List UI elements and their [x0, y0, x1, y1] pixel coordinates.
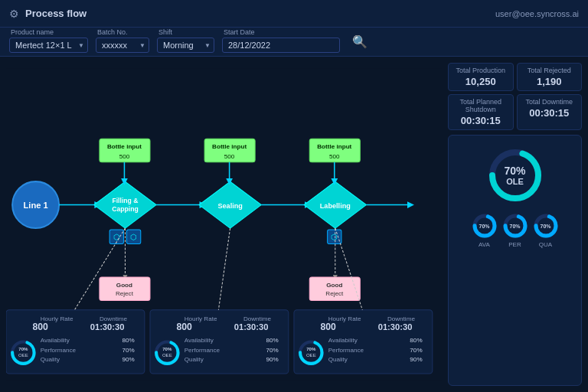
svg-text:OEE: OEE — [162, 352, 172, 358]
svg-text:Good: Good — [116, 282, 132, 289]
ole-pct: 70% — [504, 165, 525, 177]
ole-label: 70% OLE — [504, 165, 525, 186]
user-info: user@oee.syncross.ai — [495, 9, 579, 18]
total-downtime-label: Total Downtime — [522, 98, 577, 106]
svg-text:Quality: Quality — [185, 356, 204, 363]
ole-text: OLE — [504, 177, 525, 186]
right-panel: Total Production 10,250 Total Rejected 1… — [448, 63, 582, 386]
sub-ava-label: AVA — [479, 241, 490, 248]
header: ⚙ Process flow user@oee.syncross.ai — [0, 0, 588, 28]
svg-text:800: 800 — [320, 322, 336, 332]
svg-text:⬡: ⬡ — [331, 233, 338, 241]
svg-text:01:30:30: 01:30:30 — [378, 322, 413, 332]
sub-donut-ava: 70% — [471, 212, 498, 240]
sub-donut-qua: 70% — [532, 212, 560, 240]
batch-select[interactable]: xxxxxx — [96, 38, 149, 53]
gear-icon: ⚙ — [9, 8, 19, 20]
svg-text:Line 1: Line 1 — [23, 201, 47, 210]
svg-text:Availability: Availability — [328, 337, 358, 344]
total-rejected-box: Total Rejected 1,190 — [517, 63, 583, 91]
search-button[interactable]: 🔍 — [348, 33, 372, 51]
svg-text:Sealing: Sealing — [217, 202, 242, 210]
total-planned-label: Total Planned Shutdown — [453, 98, 508, 113]
total-production-box: Total Production 10,250 — [448, 63, 514, 91]
svg-text:800: 800 — [177, 322, 193, 332]
svg-text:⬡: ⬡ — [130, 233, 137, 241]
sub-per-pct: 70% — [509, 224, 520, 229]
svg-text:OEE: OEE — [306, 352, 316, 358]
shift-select[interactable]: Morning — [157, 38, 214, 53]
svg-text:Reject: Reject — [116, 290, 134, 297]
svg-text:Labelling: Labelling — [320, 202, 351, 210]
svg-text:Availability: Availability — [185, 337, 214, 344]
total-planned-box: Total Planned Shutdown 00:30:15 — [448, 94, 514, 130]
svg-text:80%: 80% — [122, 337, 134, 344]
svg-text:01:30:30: 01:30:30 — [234, 322, 269, 332]
product-select[interactable]: Mertect 12×1 L — [9, 38, 88, 53]
svg-text:Performance: Performance — [41, 347, 77, 354]
flow-diagram: Line 1 Filling & Capping Bottle input 50… — [6, 63, 442, 386]
svg-text:Bottle input: Bottle input — [212, 143, 247, 150]
svg-text:Downtime: Downtime — [387, 315, 416, 322]
svg-text:Capping: Capping — [112, 205, 139, 213]
ole-donut: 70% OLE — [485, 145, 546, 206]
svg-text:80%: 80% — [266, 337, 278, 344]
svg-text:90%: 90% — [122, 356, 134, 363]
svg-text:500: 500 — [329, 153, 340, 160]
product-field: Product name Mertect 12×1 L ▼ — [9, 38, 88, 53]
total-downtime-value: 00:30:15 — [522, 107, 577, 119]
svg-text:90%: 90% — [266, 356, 278, 363]
sub-qua-pct: 70% — [540, 224, 550, 229]
svg-text:Downtime: Downtime — [243, 315, 272, 322]
sub-ole-qua: 70% QUA — [532, 212, 560, 248]
svg-text:500: 500 — [224, 153, 235, 160]
svg-text:Bottle input: Bottle input — [107, 143, 142, 150]
sub-qua-label: QUA — [539, 241, 552, 248]
startdate-input[interactable] — [222, 38, 340, 53]
batch-field: Batch No. xxxxxx ▼ — [96, 38, 149, 53]
total-rejected-value: 1,190 — [522, 76, 577, 87]
flow-area: Line 1 Filling & Capping Bottle input 50… — [6, 63, 442, 386]
svg-text:Quality: Quality — [328, 356, 348, 363]
sub-ole-row: 70% AVA 70% PER — [471, 212, 560, 248]
toolbar: Product name Mertect 12×1 L ▼ Batch No. … — [0, 28, 588, 57]
svg-text:Quality: Quality — [41, 356, 60, 363]
startdate-field: Start Date — [222, 38, 340, 53]
total-production-label: Total Production — [453, 67, 508, 74]
sub-donut-per: 70% — [501, 212, 529, 240]
total-production-value: 10,250 — [453, 76, 508, 87]
svg-text:500: 500 — [119, 153, 130, 160]
sub-per-label: PER — [508, 241, 521, 248]
ole-box: 70% OLE 70% AVA — [448, 135, 582, 386]
header-left: ⚙ Process flow — [9, 8, 87, 20]
svg-text:Filling &: Filling & — [112, 197, 138, 204]
svg-text:Downtime: Downtime — [100, 315, 128, 322]
stats-grid: Total Production 10,250 Total Rejected 1… — [448, 63, 582, 130]
shift-label: Shift — [158, 28, 172, 36]
svg-text:Performance: Performance — [328, 347, 364, 354]
app-title: Process flow — [25, 8, 87, 19]
product-label: Product name — [11, 28, 54, 36]
svg-text:90%: 90% — [410, 356, 422, 363]
svg-text:Bottle input: Bottle input — [317, 143, 351, 150]
svg-text:800: 800 — [33, 322, 49, 332]
svg-text:Availability: Availability — [41, 337, 70, 344]
shift-field: Shift Morning ▼ — [157, 38, 214, 53]
total-planned-value: 00:30:15 — [453, 115, 508, 126]
svg-text:70%: 70% — [18, 346, 28, 351]
svg-text:⬡: ⬡ — [113, 233, 120, 241]
total-rejected-label: Total Rejected — [522, 67, 577, 74]
sub-ole-ava: 70% AVA — [471, 212, 498, 248]
svg-text:70%: 70% — [122, 347, 134, 354]
svg-text:80%: 80% — [410, 337, 422, 344]
svg-text:70%: 70% — [410, 347, 422, 354]
sub-ole-per: 70% PER — [501, 212, 529, 248]
svg-text:OEE: OEE — [18, 352, 28, 358]
svg-text:01:30:30: 01:30:30 — [90, 322, 125, 332]
svg-text:Reject: Reject — [325, 290, 344, 297]
sub-ava-pct: 70% — [479, 224, 489, 229]
startdate-label: Start Date — [224, 28, 255, 36]
svg-text:Performance: Performance — [185, 347, 220, 354]
svg-text:Good: Good — [326, 282, 342, 289]
total-downtime-box: Total Downtime 00:30:15 — [517, 94, 583, 130]
